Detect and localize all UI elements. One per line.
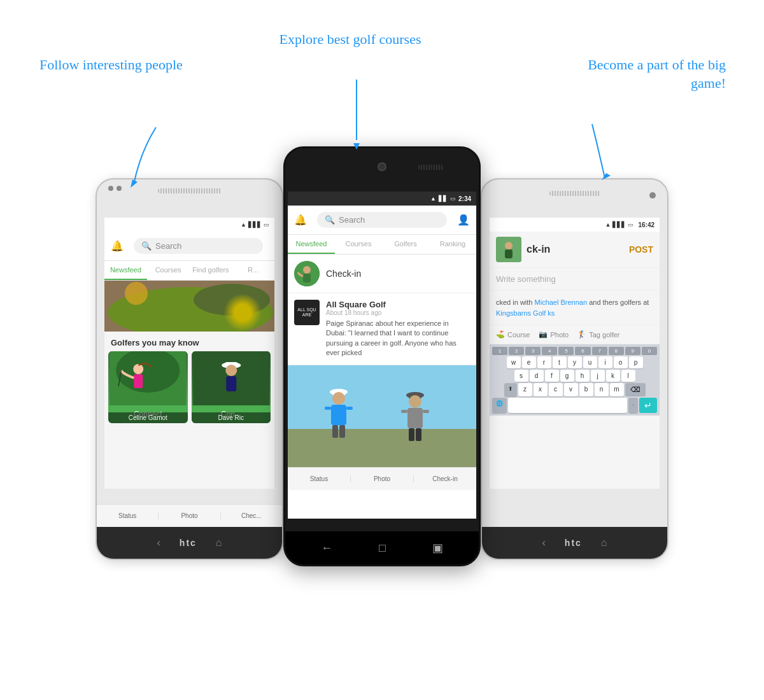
android-speaker [418,165,444,170]
key-backspace[interactable]: ⌫ [625,383,646,396]
center-android-nav: ← □ ▣ [285,531,479,564]
key-2[interactable]: 2 [509,347,524,355]
key-c[interactable]: c [549,383,563,396]
left-tab-courses[interactable]: Courses [147,261,190,280]
key-6[interactable]: 6 [575,347,590,355]
key-9[interactable]: 9 [625,347,640,355]
phone-scene: ▲ ▋▋▋ ▭ 🔔 🔍 Search Newsfeed Courses Find… [96,146,668,592]
left-speaker [158,188,222,193]
left-tab-r[interactable]: R... [232,261,274,280]
center-bar-photo[interactable]: Photo [351,475,414,482]
center-bar-checkin[interactable]: Check-in [414,475,476,482]
center-search-bar[interactable]: 🔍 Search [317,212,447,228]
news-logo: ALL SQU ARE [294,300,320,325]
key-s[interactable]: s [514,370,528,382]
left-bar-status[interactable]: Status [97,512,159,519]
svg-rect-34 [401,410,407,413]
center-battery-icon: ▭ [450,195,456,202]
key-e[interactable]: e [522,356,536,368]
key-z[interactable]: z [518,383,532,396]
center-tab-courses[interactable]: Courses [335,235,382,254]
key-enter[interactable]: ↵ [639,398,657,413]
key-5[interactable]: 5 [558,347,574,355]
key-o[interactable]: o [614,356,628,368]
key-b[interactable]: b [579,383,593,396]
key-r[interactable]: r [537,356,551,368]
android-recents[interactable]: ▣ [432,541,443,555]
key-d[interactable]: d [530,370,544,382]
center-tab-newsfeed[interactable]: Newsfeed [288,235,335,254]
left-tab-find-golfers[interactable]: Find golfers [190,261,232,280]
key-y[interactable]: y [568,356,582,368]
key-j[interactable]: j [591,370,605,382]
svg-rect-40 [505,249,513,258]
android-home[interactable]: □ [379,542,386,555]
key-8[interactable]: 8 [609,347,624,355]
key-f[interactable]: f [545,370,559,382]
action-course[interactable]: ⛳ Course [496,330,530,339]
svg-rect-35 [423,410,429,413]
key-n[interactable]: n [595,383,609,396]
key-p[interactable]: p [629,356,643,368]
golfer-cards-row: Celine Gamot Connect [104,351,274,423]
right-htc-home[interactable]: ⌂ [601,537,607,549]
key-i[interactable]: i [598,356,612,368]
center-tab-golfers[interactable]: Golfers [382,235,429,254]
left-search-bar[interactable]: 🔍 Search [134,238,263,254]
key-x[interactable]: x [534,383,548,396]
htc-home-icon[interactable]: ⌂ [216,537,222,549]
battery-icon: ▭ [264,221,269,228]
right-htc-back[interactable]: ‹ [542,537,546,549]
key-3[interactable]: 3 [525,347,541,355]
action-photo[interactable]: 📷 Photo [539,330,569,339]
key-shift[interactable]: ⬆ [504,383,517,396]
svg-point-9 [133,364,143,374]
left-bar-check[interactable]: Chec... [221,512,282,519]
key-globe[interactable]: 🌐 [492,398,507,413]
key-4[interactable]: 4 [542,347,557,355]
key-u[interactable]: u [583,356,597,368]
left-bar-photo[interactable]: Photo [159,512,220,519]
center-wifi-icon: ▲ [430,195,436,202]
left-htc-nav: ‹ htc ⌂ [97,527,282,559]
svg-rect-19 [303,274,311,283]
key-w[interactable]: w [507,356,521,368]
htc-back-icon[interactable]: ‹ [157,537,160,549]
key-space[interactable] [508,398,627,413]
right-time: 16:42 [638,221,654,228]
key-l[interactable]: l [621,370,635,382]
svg-point-18 [303,266,311,274]
photo-icon: 📷 [539,330,548,339]
news-item[interactable]: ALL SQU ARE All Square Golf About 18 hou… [288,293,476,365]
right-write-input[interactable]: Write something [490,268,660,291]
post-button[interactable]: POST [629,244,653,255]
kingsbarns-link[interactable]: Kingsbarns Golf ks [496,309,555,317]
key-7[interactable]: 7 [592,347,607,355]
action-tag-label: Tag golfer [589,331,619,339]
news-title: All Square Golf [326,300,470,309]
center-bar-status[interactable]: Status [288,475,351,482]
key-1[interactable]: 1 [492,347,507,355]
svg-point-6 [125,282,148,305]
key-v[interactable]: v [564,383,578,396]
golf-image [288,365,476,467]
key-period[interactable]: . [628,398,638,413]
action-tag[interactable]: 🏌 Tag golfer [577,330,619,339]
center-signal-icon: ▋▋ [439,195,448,202]
key-h[interactable]: h [576,370,590,382]
key-k[interactable]: k [606,370,620,382]
center-tab-ranking[interactable]: Ranking [429,235,476,254]
action-course-label: Course [507,331,530,339]
key-t[interactable]: t [553,356,567,368]
android-camera [378,162,386,171]
key-m[interactable]: m [610,383,624,396]
left-tab-newsfeed[interactable]: Newsfeed [104,261,147,280]
michael-link[interactable]: Michael Brennan [535,298,588,306]
checkin-item[interactable]: Check-in [288,255,476,293]
key-0[interactable]: 0 [642,347,657,355]
center-phone: ▲ ▋▋ ▭ 2:34 🔔 🔍 Search 👤 Newsfeed Course… [283,146,481,566]
golfer-card-dave: Dave Ric Con... [192,351,271,423]
left-phone: ▲ ▋▋▋ ▭ 🔔 🔍 Search Newsfeed Courses Find… [96,178,283,560]
android-back[interactable]: ← [321,542,332,555]
key-g[interactable]: g [560,370,574,382]
